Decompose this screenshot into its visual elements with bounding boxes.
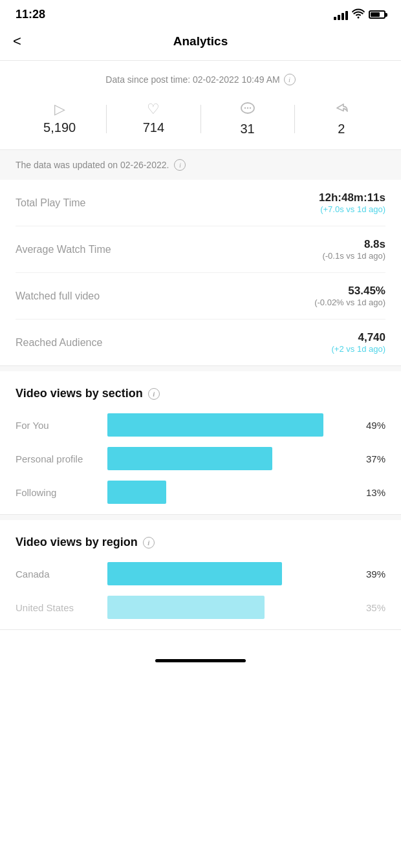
metric-change-reached-audience: (+2 vs 1d ago) bbox=[332, 344, 385, 354]
update-text: The data was updated on 02-26-2022. bbox=[16, 160, 169, 170]
bar-percent-united-states: 35% bbox=[366, 602, 385, 613]
metric-value-avg-watch-time: 8.8s bbox=[322, 238, 385, 251]
stats-row: ▷ 5,190 ♡ 714 31 2 bbox=[0, 96, 401, 150]
data-since-section: Data since post time: 02-02-2022 10:49 A… bbox=[0, 61, 401, 96]
stat-likes: ♡ 714 bbox=[107, 102, 200, 135]
section-gap-2 bbox=[0, 515, 401, 520]
bar-label-united-states: United States bbox=[16, 602, 100, 613]
comment-icon bbox=[240, 102, 255, 118]
wifi-icon bbox=[352, 8, 365, 21]
page-title: Analytics bbox=[173, 34, 228, 49]
update-notice: The data was updated on 02-26-2022. i bbox=[0, 150, 401, 180]
bar-fill-following bbox=[107, 481, 166, 504]
bar-label-canada: Canada bbox=[16, 569, 100, 580]
bar-row-personal-profile: Personal profile 37% bbox=[16, 447, 385, 470]
status-bar: 11:28 bbox=[0, 0, 401, 27]
metric-label-total-play-time: Total Play Time bbox=[16, 197, 85, 209]
plays-value: 5,190 bbox=[43, 120, 76, 135]
play-icon: ▷ bbox=[54, 102, 65, 116]
metric-change-total-play-time: (+7.0s vs 1d ago) bbox=[319, 204, 385, 214]
svg-point-2 bbox=[246, 107, 248, 108]
bar-label-personal-profile: Personal profile bbox=[16, 453, 100, 464]
metric-value-watched-full-video: 53.45% bbox=[314, 285, 385, 298]
metric-value-reached-audience: 4,740 bbox=[332, 331, 385, 344]
bar-row-following: Following 13% bbox=[16, 481, 385, 504]
metric-value-total-play-time: 12h:48m:11s bbox=[319, 191, 385, 204]
metric-label-avg-watch-time: Average Watch Time bbox=[16, 244, 111, 255]
back-button[interactable]: < bbox=[13, 33, 21, 50]
bar-fill-personal-profile bbox=[107, 447, 272, 470]
metric-avg-watch-time: Average Watch Time 8.8s (-0.1s vs 1d ago… bbox=[16, 226, 385, 273]
heart-icon: ♡ bbox=[147, 102, 160, 116]
likes-value: 714 bbox=[143, 120, 164, 135]
bar-row-for-you: For You 49% bbox=[16, 413, 385, 437]
views-by-section-title: Video views by section bbox=[16, 387, 143, 400]
bar-label-for-you: For You bbox=[16, 420, 100, 431]
metric-label-watched-full-video: Watched full video bbox=[16, 290, 100, 302]
section-gap-1 bbox=[0, 366, 401, 371]
signal-bars-icon bbox=[334, 10, 348, 20]
stat-shares: 2 bbox=[295, 101, 388, 136]
bar-label-following: Following bbox=[16, 487, 100, 498]
svg-point-1 bbox=[244, 107, 245, 108]
views-by-region-title: Video views by region bbox=[16, 536, 138, 549]
svg-point-3 bbox=[249, 107, 250, 108]
bar-row-canada: Canada 39% bbox=[16, 562, 385, 585]
share-icon bbox=[334, 101, 349, 118]
metric-label-reached-audience: Reached Audience bbox=[16, 337, 102, 349]
views-by-region-info-icon[interactable]: i bbox=[143, 537, 155, 548]
bar-percent-canada: 39% bbox=[366, 569, 385, 580]
stat-comments: 31 bbox=[201, 102, 294, 136]
bar-fill-for-you bbox=[107, 413, 323, 437]
status-icons bbox=[334, 8, 385, 21]
data-since-info-icon[interactable]: i bbox=[284, 74, 296, 85]
bar-percent-personal-profile: 37% bbox=[366, 453, 385, 464]
bar-percent-following: 13% bbox=[366, 487, 385, 498]
metric-change-watched-full-video: (-0.02% vs 1d ago) bbox=[314, 298, 385, 307]
views-by-section-chart: For You 49% Personal profile 37% Followi… bbox=[16, 413, 385, 504]
views-by-region: Video views by region i Canada 39% Unite… bbox=[0, 520, 401, 630]
home-indicator bbox=[155, 659, 246, 662]
metric-total-play-time: Total Play Time 12h:48m:11s (+7.0s vs 1d… bbox=[16, 180, 385, 226]
bar-row-united-states: United States 35% bbox=[16, 596, 385, 619]
metric-reached-audience: Reached Audience 4,740 (+2 vs 1d ago) bbox=[16, 320, 385, 365]
bar-percent-for-you: 49% bbox=[366, 420, 385, 431]
bar-fill-united-states bbox=[107, 596, 265, 619]
update-info-icon[interactable]: i bbox=[174, 159, 186, 171]
metric-watched-full-video: Watched full video 53.45% (-0.02% vs 1d … bbox=[16, 273, 385, 320]
stat-plays: ▷ 5,190 bbox=[13, 102, 106, 135]
status-time: 11:28 bbox=[16, 8, 45, 21]
comments-value: 31 bbox=[241, 122, 255, 136]
metrics-section: Total Play Time 12h:48m:11s (+7.0s vs 1d… bbox=[0, 180, 401, 366]
data-since-text: Data since post time: 02-02-2022 10:49 A… bbox=[105, 74, 279, 85]
metric-change-avg-watch-time: (-0.1s vs 1d ago) bbox=[322, 251, 385, 261]
bar-fill-canada bbox=[107, 562, 282, 585]
shares-value: 2 bbox=[338, 122, 345, 136]
battery-icon bbox=[369, 10, 385, 19]
views-by-region-chart: Canada 39% United States 35% bbox=[16, 562, 385, 619]
views-by-section-info-icon[interactable]: i bbox=[148, 388, 160, 400]
header: < Analytics bbox=[0, 27, 401, 60]
views-by-section: Video views by section i For You 49% Per… bbox=[0, 371, 401, 515]
